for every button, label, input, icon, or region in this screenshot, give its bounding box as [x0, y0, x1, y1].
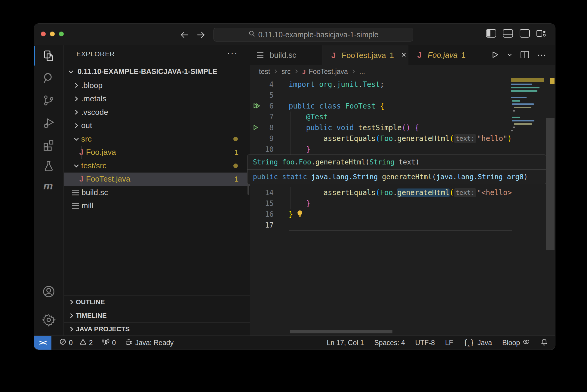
code-line-6[interactable]: 6public class FooTest { [250, 101, 555, 112]
code-line-17[interactable]: 17 [250, 220, 555, 231]
section-java-projects[interactable]: JAVA PROJECTS [64, 322, 250, 336]
code-line-10[interactable]: 10 } [250, 144, 555, 155]
minimize-window-button[interactable] [50, 32, 55, 36]
views-more-actions-icon[interactable]: ··· [227, 48, 238, 58]
tree-item-label: src [81, 134, 92, 144]
account-icon[interactable] [34, 281, 63, 302]
explorer-icon[interactable] [34, 45, 63, 66]
run-button[interactable] [490, 50, 499, 60]
editor-vertical-scrollbar[interactable] [546, 78, 555, 336]
eol-indicator[interactable]: LF [445, 339, 453, 347]
code-line-9[interactable]: 9 assertEquals(Foo.generateHtml(text:"he… [250, 133, 555, 144]
tree-item-footest-java[interactable]: JFooTest.java1 [64, 173, 250, 186]
history-forward-button[interactable] [195, 29, 207, 41]
editor-horizontal-scrollbar[interactable] [290, 330, 392, 333]
tree-item-test-src[interactable]: test/src [64, 159, 250, 172]
source-control-icon[interactable] [34, 90, 63, 111]
run-dropdown-chevron-icon[interactable] [507, 52, 512, 59]
sidebar-bottom-sections: OUTLINETIMELINEJAVA PROJECTS [64, 295, 250, 336]
split-editor-icon[interactable] [520, 51, 529, 60]
customize-layout-icon[interactable] [536, 29, 547, 38]
testing-icon[interactable] [34, 155, 63, 176]
encoding[interactable]: UTF-8 [415, 339, 435, 347]
code-line-content[interactable]: } [289, 144, 512, 155]
line-number: 14 [250, 187, 274, 198]
code-line-content[interactable]: } [289, 209, 512, 220]
vscode-window: 0.11.10-example-basicjava-1-simple [34, 23, 555, 350]
tree-item--metals[interactable]: .metals [64, 92, 250, 106]
section-label: JAVA PROJECTS [76, 325, 130, 333]
code-line-15[interactable]: 15 } [250, 198, 555, 209]
close-icon[interactable] [401, 51, 407, 60]
run-debug-icon[interactable] [34, 112, 63, 133]
tree-item-foo-java[interactable]: JFoo.java1 [64, 146, 250, 159]
problems-status[interactable]: 0 2 [59, 338, 93, 347]
scala-file-icon [72, 203, 79, 209]
code-line-content[interactable]: public class FooTest { [289, 101, 512, 112]
code-line-4[interactable]: 4import org.junit.Test; [250, 79, 555, 90]
command-center-search[interactable]: 0.11.10-example-basicjava-1-simple [214, 28, 413, 41]
toggle-secondary-sidebar-icon[interactable] [520, 29, 530, 38]
explorer-sidebar: EXPLORER ··· 0.11.10-EXAMPLE-BASICJAVA-1… [64, 45, 250, 336]
code-line-content[interactable]: public void testSimple() { [289, 122, 512, 133]
modified-dot-badge [233, 137, 238, 141]
metals-icon[interactable]: m [34, 175, 63, 196]
error-icon [59, 338, 66, 347]
bloop-status[interactable]: Bloop [502, 338, 530, 347]
link-rings-icon [522, 338, 530, 347]
tree-item--bloop[interactable]: .bloop [64, 79, 250, 92]
extensions-icon[interactable] [34, 134, 63, 155]
section-outline[interactable]: OUTLINE [64, 295, 250, 309]
tree-item-build-sc[interactable]: build.sc [64, 186, 250, 199]
code-line-content[interactable]: assertEquals(Foo.generateHtml(text:"hell… [289, 133, 512, 144]
tree-item-mill[interactable]: mill [64, 199, 250, 213]
code-line-14[interactable]: 14 assertEquals(Foo.generateHtml(text:"<… [250, 187, 555, 198]
notifications-bell-icon[interactable] [540, 338, 548, 348]
java-status[interactable]: Java: Ready [125, 338, 174, 348]
hover-signature-row-1: String foo.Foo.generateHtml(String text) [247, 155, 546, 169]
more-actions-icon[interactable] [537, 53, 546, 58]
bloop-label: Bloop [502, 339, 520, 347]
tree-item-src[interactable]: src [64, 132, 250, 145]
scrollbar-thumb[interactable] [546, 118, 555, 250]
breadcrumb-item-src[interactable]: src [281, 68, 291, 76]
warning-count: 2 [89, 339, 93, 347]
minimap[interactable] [511, 78, 546, 147]
tab-label: FooTest.java [342, 51, 386, 60]
code-line-content[interactable]: import org.junit.Test; [289, 79, 512, 90]
indentation[interactable]: Spaces: 4 [374, 339, 405, 347]
language-mode[interactable]: {x} Java [463, 338, 492, 347]
tab-build-sc[interactable]: build.sc [250, 45, 322, 65]
toggle-sidebar-icon[interactable] [486, 29, 496, 38]
breadcrumb-item-footest-java[interactable]: FooTest.java [309, 68, 348, 76]
cursor-position[interactable]: Ln 17, Col 1 [327, 339, 364, 347]
settings-gear-icon[interactable] [34, 309, 63, 330]
code-line-8[interactable]: 8 public void testSimple() { [250, 122, 555, 133]
section-timeline[interactable]: TIMELINE [64, 309, 250, 322]
lightbulb-icon[interactable] [293, 210, 304, 219]
code-line-content[interactable]: assertEquals(Foo.generateHtml(text:"<hel… [289, 187, 512, 198]
tab-footest-java[interactable]: JFooTest.java1 [322, 45, 408, 65]
code-line-content[interactable]: @Test [289, 112, 512, 122]
tree-item--vscode[interactable]: .vscode [64, 106, 250, 119]
code-line-16[interactable]: 16} [250, 209, 555, 220]
tab-foo-java[interactable]: JFoo.java1 [408, 45, 484, 65]
maximize-window-button[interactable] [59, 32, 64, 36]
code-line-5[interactable]: 5 [250, 90, 555, 101]
code-area[interactable]: 4import org.junit.Test;56public class Fo… [250, 78, 555, 336]
language-status-icon: {x} [463, 338, 475, 347]
search-view-icon[interactable] [34, 68, 63, 89]
breadcrumb-item--[interactable]: ... [359, 68, 365, 76]
tree-root-folder[interactable]: 0.11.10-EXAMPLE-BASICJAVA-1-SIMPLE [64, 65, 250, 78]
code-line-content[interactable]: } [289, 198, 512, 209]
remote-indicator[interactable]: >< [34, 336, 51, 350]
toggle-panel-icon[interactable] [503, 29, 513, 38]
history-back-button[interactable] [179, 29, 190, 41]
close-window-button[interactable] [41, 32, 46, 36]
breadcrumb-item-test[interactable]: test [259, 68, 270, 76]
title-bar[interactable]: 0.11.10-example-basicjava-1-simple [34, 24, 555, 46]
tab-problems-badge: 1 [389, 51, 394, 60]
code-line-7[interactable]: 7 @Test [250, 112, 555, 122]
tree-item-out[interactable]: out [64, 119, 250, 132]
ports-status[interactable]: 0 [102, 338, 116, 348]
